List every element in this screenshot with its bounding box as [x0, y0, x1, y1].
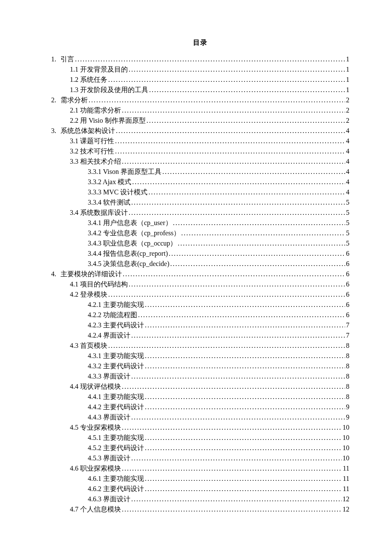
toc-entry-page: 7 [345, 320, 349, 330]
toc-entry: 3.4.2 专业信息表（cp_profess）5 [51, 228, 349, 238]
toc-entry-label: 4.2.2 功能流程图 [88, 310, 137, 320]
toc-entry: 1.2 系统任务1 [51, 75, 349, 85]
toc-entry-label: 4.6.3 界面设计 [88, 494, 130, 504]
toc-entry-page: 2 [345, 95, 349, 105]
toc-dot-leader [144, 433, 342, 443]
toc-entry-page: 5 [345, 218, 349, 228]
toc-entry-label: 4.5.1 主要功能实现 [88, 433, 144, 443]
toc-dot-leader [147, 187, 345, 197]
toc-entry: 4.6.2 主要代码设计11 [51, 484, 349, 494]
toc-dot-leader [74, 54, 345, 64]
toc-entry-label: 4.5 专业探索模块 [70, 422, 121, 433]
toc-entry: 4.5.1 主要功能实现10 [51, 433, 349, 443]
toc-entry-page: 2 [345, 116, 349, 126]
toc-entry: 4.1 项目的代码结构6 [51, 279, 349, 289]
toc-entry: 4.5.2 主要代码设计10 [51, 443, 349, 453]
toc-entry-page: 11 [342, 484, 349, 494]
toc-entry: 4.3.1 主要功能实现8 [51, 351, 349, 361]
toc-entry-page: 4 [345, 126, 349, 136]
toc-dot-leader [128, 208, 345, 218]
toc-entry-label: 2.2 用 Visio 制作界面原型 [70, 116, 146, 126]
toc-entry: 2.需求分析2 [51, 95, 349, 105]
toc-entry-page: 11 [342, 474, 349, 484]
toc-dot-leader [121, 105, 345, 116]
document-page: 目录 1.引言11.1 开发背景及目的11.2 系统任务11.3 开发阶段及使用… [0, 0, 392, 540]
toc-entry-page: 6 [345, 310, 349, 320]
toc-entry: 4.3.3 界面设计8 [51, 371, 349, 382]
toc-entry: 3.3.2 Ajax 模式4 [51, 177, 349, 187]
toc-entry: 4.6.3 界面设计12 [51, 494, 349, 504]
toc-entry: 4.4.3 界面设计9 [51, 412, 349, 422]
toc-entry: 3.3.4 软件测试5 [51, 197, 349, 208]
toc-entry: 3.4.3 职业信息表（cp_occup）5 [51, 238, 349, 249]
toc-entry: 3.3.1 Vison 界面原型工具4 [51, 167, 349, 177]
toc-entry-label: 4.3.1 主要功能实现 [88, 351, 144, 361]
toc-entry-label: 4.2 登录模块 [70, 289, 107, 300]
toc-entry-page: 4 [345, 167, 349, 177]
toc-entry-label: 4.5.2 主要代码设计 [88, 443, 144, 453]
toc-entry-page: 1 [345, 64, 349, 75]
toc-entry-page: 11 [342, 463, 349, 474]
toc-entry-page: 6 [345, 249, 349, 259]
toc-entry: 3.3 相关技术介绍4 [51, 156, 349, 167]
toc-entry-page: 6 [345, 259, 349, 269]
toc-entry: 4.7 个人信息模块12 [51, 504, 349, 515]
toc-dot-leader [130, 494, 342, 504]
toc-entry-label: 3.4.5 决策信息表(cp_decide) [88, 259, 170, 269]
toc-dot-leader [148, 85, 345, 95]
toc-entry-page: 1 [345, 75, 349, 85]
toc-entry-label: 4.5.3 界面设计 [88, 453, 130, 463]
toc-list: 1.引言11.1 开发背景及目的11.2 系统任务11.3 开发阶段及使用的工具… [51, 54, 349, 515]
toc-entry: 4.2.3 主要代码设计7 [51, 320, 349, 330]
toc-dot-leader [121, 504, 342, 515]
toc-entry-page: 8 [345, 382, 349, 392]
toc-dot-leader [130, 197, 345, 208]
toc-entry-page: 9 [345, 402, 349, 412]
toc-entry-label: 3.3 相关技术介绍 [70, 156, 121, 167]
toc-entry-marker: 4. [51, 269, 61, 279]
toc-entry: 4.2.2 功能流程图6 [51, 310, 349, 320]
toc-entry: 3.4.1 用户信息表（cp_user）5 [51, 218, 349, 228]
toc-entry: 4.2 登录模块6 [51, 289, 349, 300]
toc-entry-label: 4.4.2 主要代码设计 [88, 402, 144, 412]
toc-entry: 2.2 用 Visio 制作界面原型2 [51, 116, 349, 126]
toc-dot-leader [177, 238, 345, 249]
toc-entry-label: 1.2 系统任务 [70, 75, 107, 85]
toc-dot-leader [88, 95, 345, 105]
toc-entry-label: 4.6.1 主要功能实现 [88, 474, 144, 484]
toc-entry-page: 4 [345, 136, 349, 146]
toc-entry-label: 2.1 功能需求分析 [70, 105, 121, 116]
toc-entry-marker: 1. [51, 54, 61, 64]
toc-dot-leader [170, 259, 345, 269]
toc-dot-leader [128, 279, 345, 289]
toc-entry-page: 12 [342, 504, 349, 515]
toc-entry-label: 4.1 项目的代码结构 [70, 279, 128, 289]
toc-entry: 1.1 开发背景及目的1 [51, 64, 349, 75]
toc-entry-label: 1.1 开发背景及目的 [70, 64, 128, 75]
toc-dot-leader [107, 289, 345, 300]
toc-entry-page: 5 [345, 197, 349, 208]
toc-entry-label: 4.2.4 界面设计 [88, 330, 130, 341]
toc-entry-label: 3.3.4 软件测试 [88, 197, 130, 208]
toc-entry: 4.6 职业探索模块11 [51, 463, 349, 474]
toc-entry-label: 4.4.3 界面设计 [88, 412, 130, 422]
toc-entry-page: 10 [342, 443, 349, 453]
toc-dot-leader [144, 484, 342, 494]
toc-entry-label: 4.3.3 界面设计 [88, 371, 130, 382]
toc-entry-page: 8 [345, 392, 349, 402]
toc-entry: 4.5 专业探索模块10 [51, 422, 349, 433]
toc-dot-leader [144, 320, 345, 330]
toc-entry-label: 4.3.2 主要代码设计 [88, 361, 144, 371]
toc-entry-label: 4.7 个人信息模块 [70, 504, 121, 515]
toc-entry: 4.5.3 界面设计10 [51, 453, 349, 463]
toc-entry-page: 9 [345, 412, 349, 422]
toc-entry-label: 需求分析 [61, 95, 88, 105]
toc-entry-page: 8 [345, 361, 349, 371]
toc-entry-page: 8 [345, 351, 349, 361]
toc-dot-leader [137, 310, 345, 320]
toc-entry: 1.引言1 [51, 54, 349, 64]
toc-dot-leader [144, 361, 345, 371]
toc-dot-leader [130, 453, 342, 463]
toc-entry-label: 3.4 系统数据库设计 [70, 208, 128, 218]
toc-dot-leader [121, 422, 342, 433]
